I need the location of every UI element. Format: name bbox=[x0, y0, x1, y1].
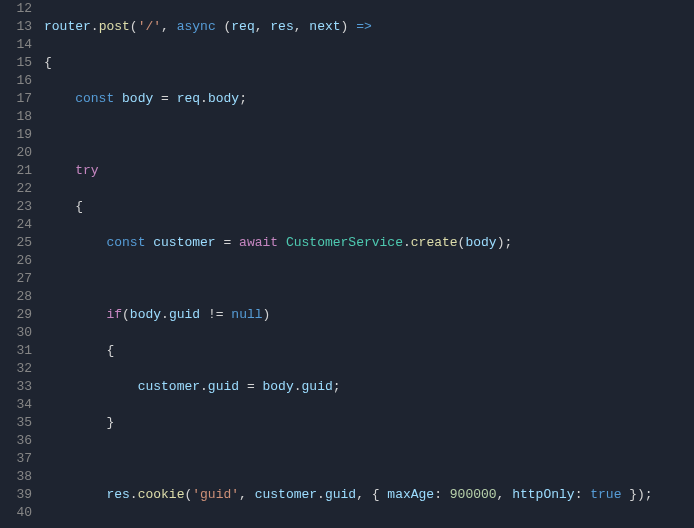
token: await bbox=[239, 235, 278, 250]
line-number: 28 bbox=[0, 288, 32, 306]
code-line bbox=[44, 522, 694, 528]
token: null bbox=[231, 307, 262, 322]
code-line: { bbox=[44, 198, 694, 216]
line-number: 37 bbox=[0, 450, 32, 468]
code-line: { bbox=[44, 342, 694, 360]
code-line: customer.guid = body.guid; bbox=[44, 378, 694, 396]
line-number: 22 bbox=[0, 180, 32, 198]
token: customer bbox=[138, 379, 200, 394]
token: body bbox=[130, 307, 161, 322]
code-line bbox=[44, 450, 694, 468]
code-line: res.cookie('guid', customer.guid, { maxA… bbox=[44, 486, 694, 504]
line-number: 39 bbox=[0, 486, 32, 504]
line-number: 23 bbox=[0, 198, 32, 216]
code-line: router.post('/', async (req, res, next) … bbox=[44, 18, 694, 36]
code-line: try bbox=[44, 162, 694, 180]
code-line bbox=[44, 126, 694, 144]
line-number: 18 bbox=[0, 108, 32, 126]
token: body bbox=[465, 235, 496, 250]
token: = bbox=[247, 379, 255, 394]
code-area[interactable]: router.post('/', async (req, res, next) … bbox=[40, 0, 694, 528]
line-number: 36 bbox=[0, 432, 32, 450]
token: guid bbox=[325, 487, 356, 502]
line-number: 19 bbox=[0, 126, 32, 144]
line-number: 34 bbox=[0, 396, 32, 414]
line-number: 26 bbox=[0, 252, 32, 270]
line-number: 24 bbox=[0, 216, 32, 234]
line-number: 21 bbox=[0, 162, 32, 180]
code-line: { bbox=[44, 54, 694, 72]
token: guid bbox=[302, 379, 333, 394]
token: body bbox=[263, 379, 294, 394]
token: const bbox=[106, 235, 145, 250]
code-line: } bbox=[44, 414, 694, 432]
code-line bbox=[44, 270, 694, 288]
token: = bbox=[161, 91, 169, 106]
token: => bbox=[356, 19, 372, 34]
line-number: 32 bbox=[0, 360, 32, 378]
token: guid bbox=[169, 307, 200, 322]
line-number: 38 bbox=[0, 468, 32, 486]
token: } bbox=[106, 415, 114, 430]
token: ; bbox=[239, 91, 247, 106]
token: next bbox=[309, 19, 340, 34]
token: != bbox=[208, 307, 224, 322]
line-number: 27 bbox=[0, 270, 32, 288]
line-number: 25 bbox=[0, 234, 32, 252]
token: { bbox=[106, 343, 114, 358]
token: httpOnly bbox=[512, 487, 574, 502]
line-number: 13 bbox=[0, 18, 32, 36]
line-number: 12 bbox=[0, 0, 32, 18]
token: guid bbox=[208, 379, 239, 394]
token: 'guid' bbox=[192, 487, 239, 502]
token: const bbox=[75, 91, 114, 106]
line-number: 30 bbox=[0, 324, 32, 342]
token: router bbox=[44, 19, 91, 34]
token: CustomerService bbox=[286, 235, 403, 250]
token: body bbox=[122, 91, 153, 106]
token: '/' bbox=[138, 19, 161, 34]
line-number: 29 bbox=[0, 306, 32, 324]
token: maxAge bbox=[387, 487, 434, 502]
token: if bbox=[106, 307, 122, 322]
token: customer bbox=[255, 487, 317, 502]
token: req bbox=[231, 19, 254, 34]
token: post bbox=[99, 19, 130, 34]
token: async bbox=[177, 19, 216, 34]
code-line: const body = req.body; bbox=[44, 90, 694, 108]
line-number: 20 bbox=[0, 144, 32, 162]
token: customer bbox=[153, 235, 215, 250]
token: res bbox=[106, 487, 129, 502]
line-number: 17 bbox=[0, 90, 32, 108]
token: body bbox=[208, 91, 239, 106]
line-number: 40 bbox=[0, 504, 32, 522]
token: req bbox=[177, 91, 200, 106]
token: 900000 bbox=[450, 487, 497, 502]
token: cookie bbox=[138, 487, 185, 502]
code-line: if(body.guid != null) bbox=[44, 306, 694, 324]
token: { bbox=[75, 199, 83, 214]
code-editor[interactable]: 1213141516171819202122232425262728293031… bbox=[0, 0, 694, 528]
token: try bbox=[75, 163, 98, 178]
line-number: 14 bbox=[0, 36, 32, 54]
token: { bbox=[44, 55, 52, 70]
line-number-gutter: 1213141516171819202122232425262728293031… bbox=[0, 0, 40, 528]
code-line: const customer = await CustomerService.c… bbox=[44, 234, 694, 252]
line-number: 33 bbox=[0, 378, 32, 396]
line-number: 31 bbox=[0, 342, 32, 360]
line-number: 16 bbox=[0, 72, 32, 90]
line-number: 35 bbox=[0, 414, 32, 432]
token: true bbox=[590, 487, 621, 502]
line-number: 15 bbox=[0, 54, 32, 72]
token: res bbox=[270, 19, 293, 34]
token: create bbox=[411, 235, 458, 250]
